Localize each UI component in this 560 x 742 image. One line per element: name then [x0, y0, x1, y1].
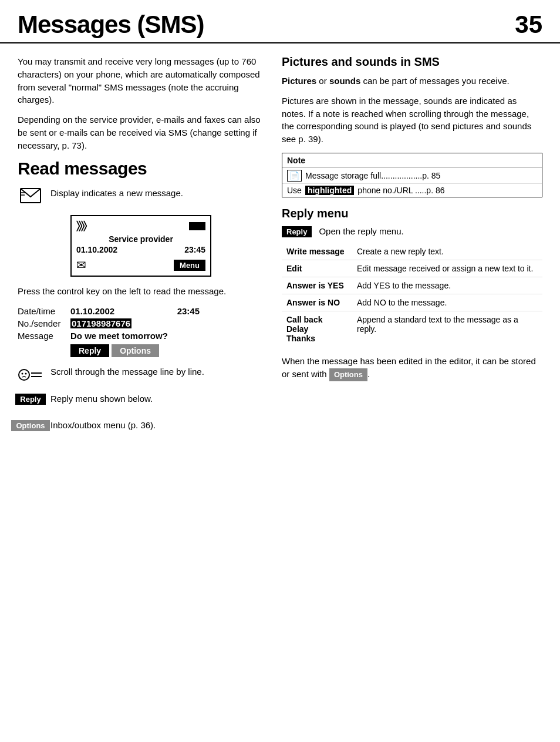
intro-para-2: Depending on the service provider, e-mai…	[18, 113, 264, 152]
page-header: Messages (SMS) 35	[0, 0, 560, 43]
edit-label: Edit	[282, 260, 352, 277]
options-button[interactable]: Options	[112, 344, 159, 357]
note-box-header: Note	[282, 153, 542, 168]
page-title: Messages (SMS)	[18, 11, 204, 39]
reply-icon-cell: Reply	[18, 394, 43, 405]
phone-date: 01.10.2002	[76, 245, 117, 254]
page-number: 35	[515, 11, 542, 39]
reply-row-yes: Answer is YES Add YES to the message.	[282, 277, 542, 294]
note-row-2: Use highlighted phone no./URL .....p. 86	[282, 184, 542, 197]
bottom-note: When the message has been edited in the …	[282, 355, 542, 382]
options-text: Inbox/outbox menu (p. 36).	[50, 419, 156, 432]
message-row: Message Do we meet tomorrow?	[18, 331, 264, 341]
pictures-para-2: Pictures are shown in the message, sound…	[282, 95, 542, 146]
write-message-desc: Create a new reply text.	[352, 243, 542, 260]
note-row-1-text: Message storage full..................p.…	[305, 171, 440, 180]
message-detail: Date/time 01.10.2002 23:45 No./sender 01…	[18, 306, 264, 357]
battery-icon	[189, 222, 205, 230]
reply-menu-heading: Reply menu	[282, 207, 542, 220]
msg-time: 23:45	[177, 306, 200, 316]
reply-open-button: Reply	[282, 226, 312, 237]
content-area: You may transmit and receive very long m…	[0, 43, 560, 458]
reply-menu-table: Write message Create a new reply text. E…	[282, 243, 542, 347]
bottom-period: .	[367, 369, 370, 379]
msg-date: 01.10.2002	[70, 306, 114, 316]
sender-value: 017198987676	[70, 318, 131, 328]
envelope-icon-cell	[18, 188, 43, 203]
svg-point-3	[19, 370, 29, 380]
reply-row-edit: Edit Edit message received or assign a n…	[282, 260, 542, 277]
service-provider-label: Service provider	[76, 234, 205, 244]
answer-no-desc: Add NO to the message.	[352, 294, 542, 311]
message-buttons: Reply Options	[70, 344, 264, 357]
signal-arrows-icon: 〉〉〉〉	[76, 220, 86, 232]
options-icon-cell: Options	[18, 420, 43, 431]
options-item: Options Inbox/outbox menu (p. 36).	[18, 419, 264, 439]
note-row-1: 📄 Message storage full..................…	[282, 168, 542, 184]
intro-para-1: You may transmit and receive very long m…	[18, 55, 264, 106]
right-column: Pictures and sounds in SMS Pictures or s…	[282, 55, 542, 446]
write-message-label: Write message	[282, 243, 352, 260]
reply-button[interactable]: Reply	[70, 344, 109, 357]
press-text: Press the control key on the left to rea…	[18, 285, 264, 298]
callback-label: Call backDelayThanks	[282, 311, 352, 347]
date-row: Date/time 01.10.2002 23:45	[18, 306, 264, 316]
phone-menu-button[interactable]: Menu	[174, 260, 205, 271]
signal-bar: 〉〉〉〉	[76, 220, 205, 232]
note-url-text: phone no./URL .....p. 86	[357, 186, 444, 195]
phone-envelope-icon: ✉	[76, 258, 86, 272]
pictures-para-1: Pictures or sounds can be part of messag…	[282, 75, 542, 88]
message-value: Do we meet tomorrow?	[70, 331, 168, 341]
callback-desc: Append a standard text to the message as…	[352, 311, 542, 347]
read-messages-heading: Read messages	[18, 159, 264, 179]
scroll-item: Scroll through the message line by line.	[18, 365, 264, 385]
bottom-options-button: Options	[329, 368, 367, 382]
answer-yes-desc: Add YES to the message.	[352, 277, 542, 294]
note-box: Note 📄 Message storage full.............…	[282, 153, 542, 197]
reply-open-text: Open the reply menu.	[319, 226, 403, 236]
scroll-icon	[18, 367, 43, 383]
note-storage-icon: 📄	[287, 170, 302, 182]
date-label: Date/time	[18, 306, 70, 316]
phone-icons-row: ✉ Menu	[76, 258, 205, 272]
scroll-icon-cell	[18, 367, 43, 383]
pictures-heading: Pictures and sounds in SMS	[282, 55, 542, 69]
pictures-bold: Pictures	[282, 76, 316, 86]
envelope-icon	[20, 188, 41, 203]
bottom-note-text: When the message has been edited in the …	[282, 356, 536, 379]
sounds-bold: sounds	[329, 76, 360, 86]
edit-desc: Edit message received or assign a new te…	[352, 260, 542, 277]
reply-item: Reply Reply menu shown below.	[18, 392, 264, 412]
highlighted-text: highlighted	[305, 186, 354, 195]
svg-point-5	[25, 372, 27, 374]
reply-text: Reply menu shown below.	[50, 392, 153, 405]
reply-row-callback: Call backDelayThanks Append a standard t…	[282, 311, 542, 347]
date-value: 01.10.2002 23:45	[70, 306, 200, 316]
new-message-item: Display indicates a new message.	[18, 187, 264, 207]
note-use-text: Use	[287, 186, 302, 195]
sender-label: No./sender	[18, 318, 70, 328]
svg-point-4	[22, 372, 23, 374]
phone-datetime: 01.10.2002 23:45	[76, 245, 205, 254]
scroll-text: Scroll through the message line by line.	[50, 365, 204, 378]
sender-row: No./sender 017198987676	[18, 318, 264, 328]
reply-open-row: Reply Open the reply menu.	[282, 226, 542, 237]
reply-label-icon: Reply	[15, 394, 45, 405]
phone-display: 〉〉〉〉 Service provider 01.10.2002 23:45 ✉…	[70, 215, 211, 277]
reply-row-write: Write message Create a new reply text.	[282, 243, 542, 260]
answer-no-label: Answer is NO	[282, 294, 352, 311]
display-text: Display indicates a new message.	[50, 187, 183, 200]
message-label: Message	[18, 331, 70, 341]
reply-row-no: Answer is NO Add NO to the message.	[282, 294, 542, 311]
answer-yes-label: Answer is YES	[282, 277, 352, 294]
options-label-icon: Options	[11, 420, 49, 431]
left-column: You may transmit and receive very long m…	[18, 55, 264, 446]
phone-time: 23:45	[184, 245, 205, 254]
